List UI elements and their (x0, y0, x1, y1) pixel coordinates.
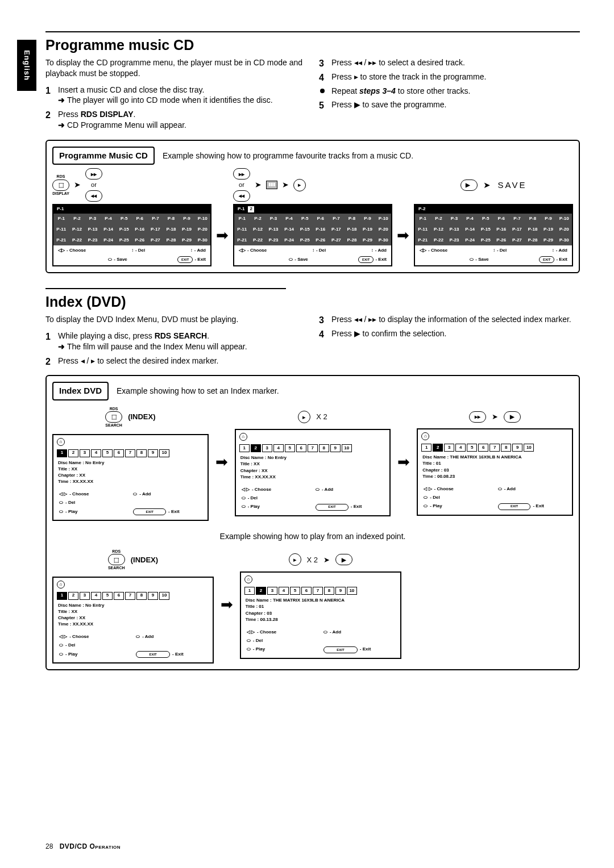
ffwd-icon: ▸▸ (85, 168, 102, 180)
foot-label: - Exit (375, 257, 387, 263)
camera-icon: ⌂ (421, 432, 429, 440)
rew-icon: ◂◂ (85, 190, 102, 202)
foot-label: - Add (504, 486, 537, 493)
step-text: Press ◂ / ▸ to select the desired index … (58, 356, 218, 365)
info-line: Disc Name : No Entry (58, 602, 208, 608)
section-title: Index (DVD) (45, 288, 286, 312)
info-line: Title : XX (240, 461, 385, 467)
diagram-title: Programme Music CD (52, 147, 155, 165)
p-grid: P-1P-2P-3P-4P-5P-6P-7P-8P-9P-10P-11P-12P… (234, 214, 391, 245)
step-text: Insert a music CD and close the disc tra… (58, 85, 204, 94)
right-icon: ▸ (289, 553, 301, 566)
foot-label: - Exit (360, 646, 394, 653)
foot-label: - Del (248, 495, 281, 502)
foot-label: - Choose (257, 629, 291, 636)
diagram-title: Index DVD (52, 382, 109, 400)
foot-label: - Del (497, 248, 507, 254)
or-label: or (239, 181, 244, 189)
num-row: 12345678910 (53, 448, 208, 458)
info-line: Chapter : 03 (246, 610, 396, 616)
step-result: The film will pause and the Index Menu w… (58, 342, 247, 351)
info-line: Chapter : 03 (422, 467, 567, 473)
info-line: Time : 00.13.28 (246, 616, 396, 623)
panel-title: P-2 (418, 206, 425, 212)
foot-label: - Save (114, 257, 127, 263)
panel-title: P-1 (238, 206, 244, 212)
rds-display-icon: RDS ⬚ DISPLAY (52, 174, 69, 196)
foot-label: - Add (322, 487, 355, 493)
foot-label: - Del (65, 642, 99, 649)
step-result: CD Programme Menu will appear. (58, 120, 186, 130)
step-text: . (207, 331, 209, 340)
camera-icon: ⌂ (57, 581, 65, 589)
info-line: Title : 01 (246, 603, 396, 610)
foot-label: - Play (65, 652, 99, 658)
foot-label: - Exit (168, 509, 201, 515)
step-text: to store other tracks. (396, 86, 471, 95)
foot-label: - Exit (556, 257, 567, 263)
language-tab: English (17, 40, 36, 91)
foot-label: - Add (375, 248, 387, 254)
right-icon: ▸ (293, 179, 306, 191)
foot-label: - Play (248, 504, 281, 510)
foot-label: - Del (253, 638, 287, 644)
foot-label: - Exit (194, 257, 206, 263)
foot-label: - Del (65, 500, 98, 506)
step-ref: steps 3–4 (359, 86, 396, 95)
info-line: Disc Name : No Entry (240, 454, 385, 461)
foot-label: - Choose (69, 634, 103, 640)
foot-label: - Choose (252, 487, 285, 493)
step-text: Press ◂◂ / ▸▸ to select a desired track. (331, 58, 465, 67)
info-line: Title : 01 (422, 460, 567, 466)
foot-label: - Choose (69, 491, 102, 498)
foot-label: - Del (316, 248, 326, 254)
foot-label: - Play (430, 503, 463, 510)
step-text: Press ▶ to save the programme. (331, 100, 446, 109)
foot-label: - Choose (434, 486, 467, 493)
info-line: Disc Name : THE MATRIX 16X9LB N ANERICA (246, 597, 396, 603)
info-line: Time : 00.08.23 (422, 473, 567, 479)
panel-sel: 2 (248, 206, 254, 212)
foot-label: - Exit (533, 503, 566, 510)
ffwd-icon: ▸▸ (233, 168, 250, 180)
camera-icon: ⌂ (57, 438, 65, 446)
arrow-right-icon: ➡ (215, 226, 230, 245)
foot-label: - Add (194, 248, 206, 254)
key-label: RDS SEARCH (155, 331, 208, 340)
diagram-desc: Example showing how to set an Index mark… (117, 386, 279, 397)
foot-label: - Add (556, 248, 567, 254)
foot-label: - Del (430, 495, 463, 501)
play-icon: ▶ (460, 180, 478, 191)
ffwd-icon: ▸▸ (469, 411, 486, 423)
intro-text: To display the CD programme menu, the pl… (45, 57, 306, 79)
index-diagram: Index DVD Example showing how to set an … (45, 375, 580, 670)
step-text: Repeat (331, 86, 359, 95)
step-text: Press (58, 110, 81, 119)
num-row: 12345678910 (418, 443, 572, 453)
x2-label: X 2 (316, 412, 327, 422)
num-row: 12345678910 (53, 591, 213, 601)
info-line: Chapter : XX (240, 468, 385, 474)
info-line: Time : XX.XX.XX (58, 621, 208, 627)
foot-label: - Add (139, 491, 172, 498)
arrow-right-icon: ➡ (396, 226, 410, 245)
panel-title: P-1 (57, 206, 64, 212)
info-line: Chapter : XX (58, 615, 208, 621)
num-row: 12345678910 (236, 443, 390, 453)
foot-label: - Del (135, 248, 145, 254)
camera-icon: ⌂ (239, 433, 247, 441)
or-label: or (91, 181, 97, 189)
display-sel: ▮▮▮ (266, 181, 277, 189)
info-line: Chapter : XX (58, 472, 203, 478)
foot-label: - Save (475, 257, 489, 263)
x2-label: X 2 (307, 555, 318, 565)
p-grid: P-1P-2P-3P-4P-5P-6P-7P-8P-9P-10P-11P-12P… (53, 214, 210, 245)
arrow-right-icon: ➡ (219, 595, 234, 615)
step-text: Press ▸ to store the track in the progra… (331, 72, 486, 81)
step-text: Press ◂◂ / ▸▸ to display the information… (331, 315, 571, 324)
section-title: Programme music CD (45, 31, 580, 55)
foot-label: - Play (253, 646, 287, 653)
diagram-desc: Example showing how to programme favouri… (163, 151, 413, 161)
foot-label: - Choose (428, 248, 447, 254)
rds-search-icon: RDS ⬚ SEARCH (108, 549, 125, 571)
